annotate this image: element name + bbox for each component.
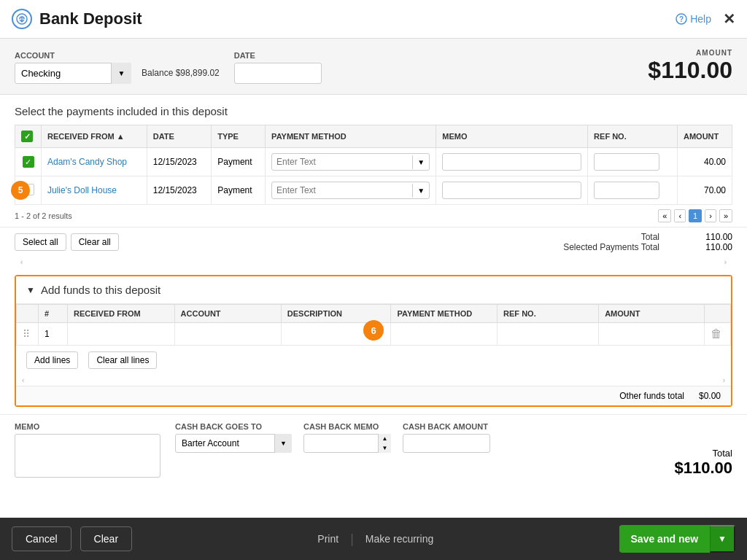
row2-type: Payment [212, 176, 266, 205]
row1-date: 12/15/2023 [147, 148, 211, 176]
add-funds-section: ▼ Add funds to this deposit 6 # RECEIVED… [15, 275, 732, 407]
row1-received-from-link[interactable]: Adam's Candy Shop [47, 157, 127, 167]
row1-checkbox[interactable]: ✓ [23, 156, 34, 168]
date-input[interactable] [234, 63, 322, 84]
make-recurring-button[interactable]: Make recurring [354, 527, 445, 551]
clear-button[interactable]: Clear [80, 526, 132, 551]
account-select[interactable]: Checking [15, 63, 131, 84]
header-type: TYPE [212, 125, 266, 148]
cancel-button[interactable]: Cancel [12, 526, 71, 551]
other-funds-label: Other funds total [619, 391, 684, 401]
add-lines-button[interactable]: Add lines [26, 351, 78, 369]
table-row: 5 Julie's Doll House 12/15/2023 Payment … [15, 176, 732, 205]
af-row1-delete-cell: 🗑 [705, 323, 731, 346]
selected-payments-value: 110.00 [689, 242, 732, 252]
af-header-payment-method: PAYMENT METHOD [391, 305, 498, 323]
af-row1-account-input[interactable] [181, 329, 275, 339]
row1-memo-input[interactable] [442, 153, 581, 171]
scroll-left-icon[interactable]: ‹ [20, 258, 23, 266]
row2-received-from-link[interactable]: Julie's Doll House [47, 185, 117, 195]
add-funds-header: ▼ Add funds to this deposit 6 [16, 276, 731, 304]
row2-received-from: Julie's Doll House [42, 176, 147, 205]
pagination-last[interactable]: » [719, 209, 732, 222]
row1-payment-method-dropdown-icon[interactable]: ▼ [412, 155, 429, 169]
row2-checkbox-cell: 5 [15, 176, 42, 205]
pagination-current[interactable]: 1 [689, 209, 702, 222]
af-scroll-left-icon[interactable]: ‹ [22, 376, 24, 384]
row2-amount: 70.00 [677, 176, 732, 205]
pagination-next[interactable]: › [705, 209, 716, 222]
bank-deposit-icon [12, 9, 32, 29]
af-row1-amount-input[interactable] [605, 329, 698, 339]
cash-back-goes-to-label: Cash back goes to [175, 422, 292, 431]
select-all-checkbox[interactable]: ✓ [21, 131, 33, 142]
add-funds-title: Add funds to this deposit [41, 284, 160, 296]
print-button[interactable]: Print [306, 527, 350, 551]
row2-ref-input[interactable] [594, 182, 659, 199]
af-row1-payment-method-input[interactable] [397, 329, 491, 339]
pagination-prev[interactable]: ‹ [674, 209, 686, 222]
row2-payment-method-input[interactable] [272, 182, 412, 198]
row2-ref-cell [588, 176, 678, 205]
af-row1-ref-input[interactable] [503, 329, 592, 339]
row1-payment-method-input[interactable] [272, 154, 412, 170]
close-button[interactable]: ✕ [723, 10, 735, 28]
total-value: 110.00 [689, 232, 732, 242]
save-and-new-button[interactable]: Save and new ▼ [619, 525, 735, 553]
cash-back-memo-spin-down[interactable]: ▼ [379, 443, 391, 453]
pagination-first[interactable]: « [658, 209, 671, 222]
cashback-section: Cash back goes to Barter Account ▼ Cash … [175, 422, 659, 453]
row2-payment-method-dropdown-icon[interactable]: ▼ [412, 184, 429, 198]
bank-deposit-modal: Bank Deposit ? Help ✕ Account Check [0, 0, 747, 560]
amount-value: $110.00 [648, 57, 732, 84]
clear-all-lines-button[interactable]: Clear all lines [88, 351, 157, 369]
cash-back-goes-to-select[interactable]: Barter Account [175, 434, 292, 453]
date-label: Date [234, 51, 322, 60]
memo-input[interactable] [15, 434, 160, 478]
memo-label: Memo [15, 422, 160, 431]
cash-back-amount-input[interactable] [403, 434, 490, 453]
select-all-button[interactable]: Select all [15, 233, 66, 251]
af-row1-received-from-input[interactable] [74, 329, 169, 339]
save-and-new-main[interactable]: Save and new [619, 526, 711, 552]
payments-section-title: Select the payments included in this dep… [15, 105, 732, 117]
af-scroll-right-icon[interactable]: › [723, 376, 725, 384]
af-header-drag [17, 305, 39, 323]
selected-payments-label: Selected Payments Total [563, 242, 659, 252]
header-received-from: RECEIVED FROM ▲ [42, 125, 147, 148]
cash-back-goes-to-wrapper: Barter Account ▼ [175, 434, 292, 453]
af-row1-delete-button[interactable]: 🗑 [711, 327, 722, 341]
save-and-new-dropdown-icon[interactable]: ▼ [710, 525, 735, 553]
af-row1-received-from [68, 323, 175, 346]
cash-back-memo-spin-up[interactable]: ▲ [379, 434, 391, 443]
results-text: 1 - 2 of 2 results [15, 211, 72, 220]
help-button[interactable]: ? Help [676, 13, 711, 25]
table-footer: 1 - 2 of 2 results « ‹ 1 › » [15, 205, 732, 227]
drag-handle-icon[interactable]: ⠿ [23, 328, 30, 340]
af-row1-payment-method [391, 323, 498, 346]
clear-all-button[interactable]: Clear all [71, 233, 119, 251]
header-actions: ? Help ✕ [676, 10, 735, 28]
header-checkbox-cell: ✓ [15, 125, 42, 148]
cash-back-amount-label: Cash back amount [403, 422, 490, 431]
row2-date: 12/15/2023 [147, 176, 211, 205]
collapse-icon[interactable]: ▼ [26, 285, 35, 295]
memo-section: Memo [15, 422, 160, 478]
row1-amount: 40.00 [677, 148, 732, 176]
tour-badge-6: 6 [363, 320, 384, 341]
row1-type: Payment [212, 148, 266, 176]
payments-section: Select the payments included in this dep… [0, 95, 747, 227]
af-header-amount: AMOUNT [599, 305, 705, 323]
selected-payments-row: Selected Payments Total 110.00 [563, 242, 732, 252]
row2-payment-method-cell: ▼ [266, 176, 436, 205]
header-ref-no: REF NO. [588, 125, 678, 148]
scroll-right-icon[interactable]: › [724, 258, 727, 266]
bottom-section: Memo Cash back goes to Barter Account ▼ … [0, 414, 747, 485]
row1-ref-input[interactable] [594, 153, 659, 171]
row1-memo-cell [436, 148, 588, 176]
totals-row: Total 110.00 Selected Payments Total 110… [563, 232, 732, 252]
svg-text:?: ? [679, 15, 684, 23]
row2-memo-input[interactable] [442, 182, 581, 199]
add-funds-footer: Other funds total $0.00 [16, 386, 731, 405]
af-header-ref-no: REF NO. [498, 305, 599, 323]
